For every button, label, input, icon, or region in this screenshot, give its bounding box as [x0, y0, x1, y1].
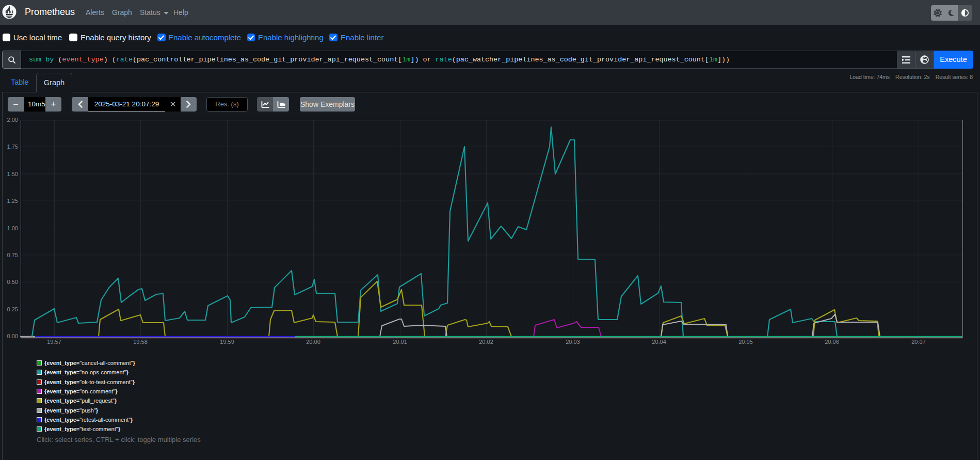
svg-text:20:02: 20:02 — [479, 339, 493, 345]
svg-text:20:04: 20:04 — [652, 339, 666, 345]
svg-text:20:01: 20:01 — [393, 339, 407, 345]
svg-text:20:07: 20:07 — [911, 339, 926, 345]
svg-text:2.00: 2.00 — [7, 117, 18, 123]
svg-text:19:58: 19:58 — [133, 339, 148, 345]
svg-text:0.75: 0.75 — [7, 252, 18, 258]
svg-text:19:59: 19:59 — [220, 339, 234, 345]
svg-text:1.75: 1.75 — [7, 144, 18, 150]
svg-text:0.25: 0.25 — [7, 306, 18, 312]
svg-text:1.50: 1.50 — [7, 171, 18, 177]
svg-text:19:57: 19:57 — [47, 339, 61, 345]
svg-text:20:03: 20:03 — [566, 339, 580, 345]
svg-text:0.50: 0.50 — [7, 279, 18, 285]
svg-text:1.25: 1.25 — [7, 198, 18, 204]
svg-text:20:06: 20:06 — [825, 339, 839, 345]
svg-text:20:05: 20:05 — [738, 339, 753, 345]
svg-text:20:00: 20:00 — [306, 339, 320, 345]
svg-text:1.00: 1.00 — [7, 225, 18, 231]
svg-text:0.00: 0.00 — [7, 333, 18, 339]
